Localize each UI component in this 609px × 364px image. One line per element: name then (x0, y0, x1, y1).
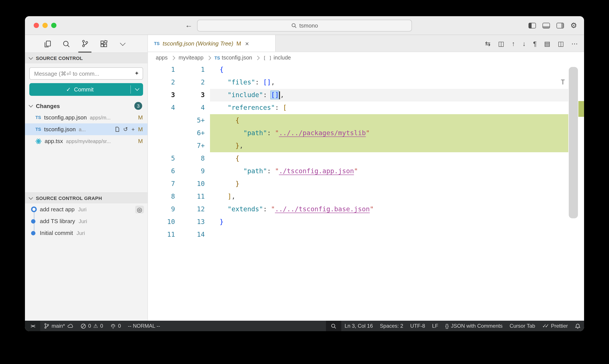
code-line[interactable]: 5+ { (148, 114, 584, 127)
code-line[interactable]: 69 "path": "./tsconfig.app.json" (148, 165, 584, 178)
old-line-number: 9 (148, 203, 183, 216)
scm-file-row[interactable]: TStsconfig.jsona...↺+M (25, 123, 147, 135)
toggle-panel-icon[interactable] (543, 23, 550, 28)
ports-status[interactable]: 0 (106, 321, 124, 331)
source-control-view-icon[interactable] (78, 35, 91, 52)
breadcrumb-item[interactable]: TStsconfig.json (214, 55, 252, 61)
overview-ruler-added-marker (578, 101, 584, 117)
old-line-number: 7 (148, 178, 183, 190)
breadcrumb-item[interactable]: myviteapp (179, 55, 203, 61)
cursor-position-status[interactable]: Ln 3, Col 16 (341, 321, 376, 331)
code-line[interactable]: 1013} (148, 216, 584, 228)
chevron-down-icon (29, 103, 33, 107)
scm-file-row[interactable]: app.tsxapps/myviteapp/sr...M (25, 135, 147, 147)
breadcrumb-separator-icon (256, 56, 260, 60)
problems-status[interactable]: 0 ⚠ 0 (77, 321, 106, 331)
graph-commit-row[interactable]: Initial commitJuri (25, 227, 147, 239)
more-actions-icon[interactable]: ⋯ (571, 40, 578, 47)
breadcrumb-item[interactable]: [ ]include (263, 55, 291, 61)
sidebar: SOURCE CONTROL Message (⌘⏎ to comm... ✦ … (25, 35, 148, 321)
chevron-down-icon (29, 195, 33, 199)
commit-dropdown-button[interactable] (131, 83, 143, 96)
notifications-status[interactable] (571, 321, 584, 331)
commit-dot-icon (31, 231, 35, 235)
scm-file-row[interactable]: TStsconfig.app.jsonapps/m...M (25, 112, 147, 123)
graph-commit-row[interactable]: add TS libraryJuri (25, 215, 147, 227)
code-line[interactable]: 6+ "path": "../../packages/mytslib" (148, 127, 584, 140)
next-change-icon[interactable]: ↓ (522, 40, 526, 47)
previous-change-icon[interactable]: ↑ (512, 40, 515, 47)
code-text: "files": [], (210, 76, 584, 89)
code-line[interactable]: 7+ }, (148, 140, 584, 152)
commit-graph: add react appJuri◎add TS libraryJuriInit… (25, 203, 147, 239)
magnifier-icon (331, 323, 336, 329)
close-window-button[interactable] (34, 23, 39, 28)
whitespace-icon[interactable]: ¶ (533, 40, 537, 47)
explorer-icon[interactable] (41, 35, 54, 52)
generate-commit-message-icon[interactable]: ✦ (134, 70, 139, 77)
target-icon[interactable]: ◎ (135, 205, 144, 213)
changes-section-header[interactable]: Changes 3 (25, 100, 147, 112)
commit-message-input[interactable]: Message (⌘⏎ to comm... (29, 67, 143, 80)
code-line[interactable]: 44 "references": [ (148, 102, 584, 114)
maximize-window-button[interactable] (51, 23, 56, 28)
search-view-icon[interactable] (60, 35, 73, 52)
chevron-down-icon (29, 55, 33, 60)
code-line[interactable]: 33 "include": [], (148, 89, 584, 102)
code-line[interactable]: 22 "files": [], (148, 76, 584, 89)
branch-status[interactable]: main* (40, 321, 77, 331)
toggle-sidebar-icon[interactable] (529, 23, 536, 28)
file-path: apps/myviteapp/sr... (66, 139, 135, 144)
old-line-number: 3 (148, 89, 183, 102)
discard-changes-icon[interactable]: ↺ (123, 126, 128, 132)
new-line-number: 5+ (183, 114, 210, 127)
breadcrumb: appsmyviteappTStsconfig.json[ ]include (148, 52, 584, 64)
code-text: } (210, 178, 584, 190)
encoding-status[interactable]: UTF-8 (407, 321, 428, 331)
toggle-secondary-sidebar-icon[interactable] (557, 23, 564, 28)
old-line-number: 1 (148, 64, 183, 76)
close-tab-icon[interactable]: × (245, 39, 249, 47)
command-center-search[interactable]: tsmono (197, 19, 412, 31)
source-control-header[interactable]: SOURCE CONTROL (25, 52, 147, 64)
code-line[interactable]: 811 ], (148, 190, 584, 203)
minimize-window-button[interactable] (42, 23, 48, 28)
code-line[interactable]: 912 "extends": "../../tsconfig.base.json… (148, 203, 584, 216)
scrollbar-thumb[interactable] (569, 67, 578, 218)
code-line[interactable]: 11{ (148, 64, 584, 76)
diff-editor[interactable]: 11{22 "files": [],33 "include": [],44 "r… (148, 64, 584, 321)
graph-commit-row[interactable]: add react appJuri◎ (25, 203, 147, 215)
commit-button-main[interactable]: ✓ Commit (29, 83, 130, 96)
cursor-tab-status[interactable]: Cursor Tab (506, 321, 539, 331)
indentation-status[interactable]: Spaces: 2 (376, 321, 407, 331)
more-views-chevron-icon[interactable] (116, 35, 129, 52)
old-line-number: 6 (148, 165, 183, 178)
modified-badge: M (138, 138, 143, 144)
commit-button[interactable]: ✓ Commit (29, 83, 143, 96)
source-control-graph-header[interactable]: SOURCE CONTROL GRAPH (25, 193, 147, 203)
commit-dot-icon (31, 207, 37, 212)
remote-indicator[interactable]: >< (25, 321, 40, 331)
vim-mode-indicator[interactable]: -- NORMAL -- (124, 321, 164, 331)
open-file-icon[interactable] (114, 126, 120, 132)
screencast-zoom-indicator[interactable] (326, 321, 341, 331)
code-line[interactable]: 1114 (148, 228, 584, 241)
code-line[interactable]: 58 { (148, 152, 584, 165)
breadcrumb-item[interactable]: apps (156, 55, 168, 61)
stage-changes-icon[interactable]: + (131, 126, 135, 132)
split-diff-icon[interactable]: ◫ (498, 40, 504, 47)
breadcrumb-separator-icon (207, 56, 211, 60)
eol-status[interactable]: LF (428, 321, 442, 331)
open-file-icon[interactable]: ⇆ (485, 40, 491, 47)
array-symbol-icon: [ ] (263, 55, 272, 61)
map-icon[interactable]: ▤ (544, 40, 550, 47)
formatter-status[interactable]: ✓✓ Prettier (539, 321, 571, 331)
back-icon[interactable]: ← (185, 21, 193, 30)
tab-tsconfig-working-tree[interactable]: TS tsconfig.json (Working Tree) M × (148, 35, 276, 52)
extensions-view-icon[interactable] (97, 35, 110, 52)
title-bar: ← → tsmono ⚙ (25, 16, 584, 35)
language-mode-status[interactable]: {} JSON with Comments (442, 321, 506, 331)
code-line[interactable]: 710 } (148, 178, 584, 190)
gear-icon[interactable]: ⚙ (570, 22, 577, 29)
split-editor-icon[interactable]: ◫ (558, 40, 564, 47)
